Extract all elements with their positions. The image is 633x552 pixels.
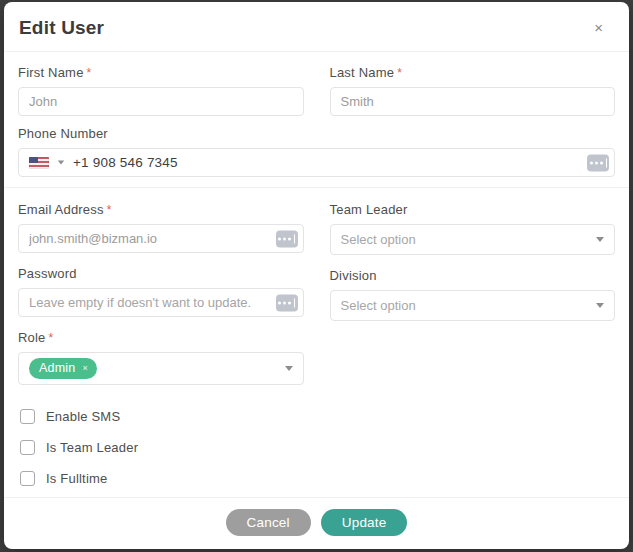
required-asterisk: *	[397, 66, 402, 80]
enable-sms-label: Enable SMS	[46, 409, 120, 424]
autofill-ellipsis-icon[interactable]	[276, 294, 298, 311]
division-placeholder: Select option	[341, 298, 416, 313]
first-name-field-group: First Name*	[18, 65, 304, 116]
is-team-leader-checkbox[interactable]	[20, 440, 35, 455]
is-fulltime-label: Is Fulltime	[46, 471, 107, 486]
is-team-leader-checkbox-row: Is Team Leader	[20, 440, 615, 455]
first-name-input[interactable]	[18, 87, 304, 116]
modal-header: Edit User ×	[4, 2, 629, 52]
last-name-label-text: Last Name	[330, 65, 395, 80]
enable-sms-checkbox[interactable]	[20, 409, 35, 424]
team-leader-select[interactable]: Select option	[330, 224, 616, 255]
close-icon[interactable]: ×	[586, 16, 611, 39]
is-fulltime-checkbox-row: Is Fulltime	[20, 471, 615, 486]
division-select[interactable]: Select option	[330, 290, 616, 321]
last-name-field-group: Last Name*	[330, 65, 616, 116]
role-tag-admin: Admin ×	[29, 358, 97, 379]
chevron-down-icon	[596, 237, 604, 242]
last-name-input[interactable]	[330, 87, 616, 116]
modal-footer: Cancel Update	[4, 497, 629, 549]
enable-sms-checkbox-row: Enable SMS	[20, 409, 615, 424]
update-button[interactable]: Update	[321, 509, 408, 536]
phone-field-group: Phone Number +1 908 546 7345	[18, 126, 615, 177]
role-field-group: Role* Admin ×	[18, 330, 304, 385]
remove-tag-icon[interactable]: ×	[82, 364, 87, 373]
page-title: Edit User	[19, 17, 104, 39]
role-select[interactable]: Admin ×	[18, 352, 304, 385]
is-team-leader-label: Is Team Leader	[46, 440, 138, 455]
phone-number-value[interactable]: +1 908 546 7345	[73, 155, 178, 170]
required-asterisk: *	[107, 203, 112, 217]
division-field-group: Division Select option	[330, 268, 616, 321]
phone-label: Phone Number	[18, 126, 615, 141]
first-name-label-text: First Name	[18, 65, 84, 80]
first-name-label: First Name*	[18, 65, 304, 80]
team-leader-label: Team Leader	[330, 202, 616, 217]
us-flag-icon[interactable]	[29, 157, 49, 169]
required-asterisk: *	[87, 66, 92, 80]
team-leader-placeholder: Select option	[341, 232, 416, 247]
chevron-down-icon	[596, 303, 604, 308]
section-divider	[4, 187, 629, 188]
email-field[interactable]	[18, 224, 304, 253]
phone-input[interactable]: +1 908 546 7345	[18, 148, 615, 177]
role-label: Role*	[18, 330, 304, 345]
password-field-group: Password	[18, 266, 304, 317]
cancel-button[interactable]: Cancel	[226, 509, 311, 536]
password-input[interactable]	[18, 288, 304, 317]
autofill-ellipsis-icon[interactable]	[587, 154, 609, 171]
email-field-group: Email Address*	[18, 202, 304, 253]
role-tag-label: Admin	[39, 361, 75, 375]
email-label: Email Address*	[18, 202, 304, 217]
last-name-label: Last Name*	[330, 65, 616, 80]
email-label-text: Email Address	[18, 202, 104, 217]
team-leader-field-group: Team Leader Select option	[330, 202, 616, 255]
role-label-text: Role	[18, 330, 46, 345]
country-dropdown-caret-icon[interactable]	[58, 161, 64, 165]
autofill-ellipsis-icon[interactable]	[276, 230, 298, 247]
required-asterisk: *	[49, 331, 54, 345]
is-fulltime-checkbox[interactable]	[20, 471, 35, 486]
modal-body: First Name* Last Name* Phone Number +1 9…	[4, 52, 629, 497]
password-label: Password	[18, 266, 304, 281]
chevron-down-icon	[285, 366, 293, 371]
division-label: Division	[330, 268, 616, 283]
edit-user-modal: Edit User × First Name* Last Name* Phone…	[4, 2, 629, 549]
